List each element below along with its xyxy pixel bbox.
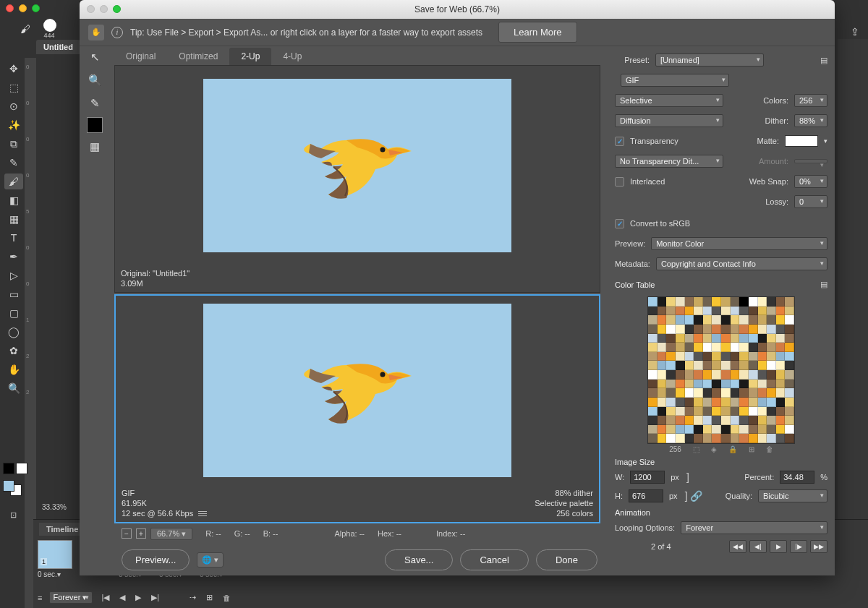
color-swatch[interactable]	[685, 388, 694, 398]
color-swatch[interactable]	[731, 343, 740, 352]
color-swatch[interactable]	[676, 325, 685, 334]
color-swatch[interactable]	[776, 407, 786, 416]
foreground-swatch[interactable]	[3, 480, 14, 492]
color-swatch[interactable]	[703, 425, 712, 434]
first-frame-icon[interactable]: |◀	[100, 591, 111, 604]
color-swatch[interactable]	[739, 370, 749, 380]
color-swatch[interactable]	[712, 434, 721, 443]
color-swatch[interactable]	[685, 361, 694, 370]
color-swatch[interactable]	[739, 407, 749, 416]
color-swatch[interactable]	[676, 307, 685, 316]
eyedropper-tool-icon[interactable]: ✎	[85, 94, 105, 113]
brush-preview-icon[interactable]	[43, 19, 56, 32]
color-swatch[interactable]	[712, 388, 721, 398]
color-swatch[interactable]	[694, 361, 703, 370]
color-swatch[interactable]	[776, 388, 786, 398]
color-swatch[interactable]	[749, 407, 758, 416]
color-swatch[interactable]	[776, 307, 786, 316]
gradient-tool-icon[interactable]: ▦	[4, 211, 23, 227]
looping-select[interactable]: Forever	[681, 521, 827, 534]
loop-select[interactable]: Forever ▾	[49, 591, 93, 604]
color-swatch[interactable]	[712, 416, 721, 425]
prev-frame-button[interactable]: ◀|	[749, 540, 767, 553]
learn-more-button[interactable]: Learn More	[498, 22, 576, 43]
path-select-icon[interactable]: ▷	[4, 267, 23, 283]
color-swatch[interactable]	[739, 343, 749, 352]
color-swatch[interactable]	[749, 398, 758, 407]
color-swatch[interactable]	[712, 370, 721, 380]
color-swatch[interactable]	[712, 352, 721, 361]
color-swatch[interactable]	[776, 361, 786, 370]
color-swatch[interactable]	[731, 380, 740, 389]
color-swatch[interactable]	[758, 388, 767, 398]
color-swatch[interactable]	[731, 315, 740, 325]
color-swatch[interactable]	[666, 407, 676, 416]
color-swatch[interactable]	[694, 388, 703, 398]
tween-icon[interactable]: ⇢	[188, 591, 197, 604]
color-swatch[interactable]	[685, 398, 694, 407]
minimize-window-icon[interactable]	[19, 4, 27, 12]
color-swatch[interactable]	[776, 352, 786, 361]
color-swatch[interactable]	[749, 325, 758, 334]
color-swatch[interactable]	[785, 425, 794, 434]
color-swatch[interactable]	[785, 434, 794, 443]
color-swatch[interactable]	[658, 380, 667, 389]
metadata-select[interactable]: Copyright and Contact Info	[656, 257, 827, 270]
lasso-tool-icon[interactable]: ⊙	[4, 98, 23, 114]
color-swatch[interactable]	[785, 398, 794, 407]
color-swatch[interactable]	[758, 307, 767, 316]
colors-select[interactable]: 256	[794, 94, 827, 107]
reduction-select[interactable]: Selective	[615, 94, 723, 107]
color-swatch[interactable]	[767, 398, 776, 407]
color-swatch[interactable]	[721, 416, 731, 425]
color-swatch[interactable]	[694, 398, 703, 407]
play-icon[interactable]: ▶	[134, 591, 142, 604]
quality-select[interactable]: Bicubic	[758, 489, 827, 502]
trans-dither-select[interactable]: No Transparency Dit...	[615, 155, 723, 168]
duplicate-frame-icon[interactable]: ⊞	[205, 591, 214, 604]
first-frame-button[interactable]: ◀◀	[729, 540, 746, 553]
color-swatch[interactable]	[666, 315, 676, 325]
color-swatch[interactable]	[776, 315, 786, 325]
color-swatch[interactable]	[658, 434, 667, 443]
rectangle-tool-icon[interactable]: ▭	[4, 286, 23, 302]
eraser-tool-icon[interactable]: ◧	[4, 192, 23, 208]
color-swatch[interactable]	[712, 380, 721, 389]
color-swatch[interactable]	[785, 370, 794, 380]
color-swatch[interactable]	[666, 388, 676, 398]
color-swatch[interactable]	[749, 334, 758, 343]
color-swatch[interactable]	[776, 380, 786, 389]
color-swatch[interactable]	[658, 361, 667, 370]
quickmask-icon[interactable]: ⊡	[10, 510, 17, 520]
color-swatch[interactable]	[721, 307, 731, 316]
color-swatch[interactable]	[648, 315, 658, 325]
color-swatch[interactable]	[703, 361, 712, 370]
color-swatch[interactable]	[739, 425, 749, 434]
color-swatch[interactable]	[712, 361, 721, 370]
color-swatch[interactable]	[767, 352, 776, 361]
color-swatch[interactable]	[658, 425, 667, 434]
color-swatch[interactable]	[676, 361, 685, 370]
color-swatch[interactable]	[739, 325, 749, 334]
color-swatch[interactable]	[767, 388, 776, 398]
brush-tool-icon[interactable]: 🖌	[4, 174, 23, 189]
color-swatch[interactable]	[648, 388, 658, 398]
color-swatch[interactable]	[666, 334, 676, 343]
color-swatch[interactable]	[767, 297, 776, 307]
pen-tool-icon[interactable]: ✒	[4, 249, 23, 265]
color-swatch[interactable]	[703, 434, 712, 443]
color-swatch[interactable]	[739, 434, 749, 443]
color-swatch[interactable]	[767, 343, 776, 352]
color-swatch[interactable]	[776, 416, 786, 425]
color-swatch[interactable]	[785, 334, 794, 343]
color-swatch[interactable]	[648, 352, 658, 361]
transparency-checkbox[interactable]	[615, 137, 624, 146]
color-swatch[interactable]	[694, 297, 703, 307]
color-swatch[interactable]	[712, 325, 721, 334]
color-swatch[interactable]	[749, 434, 758, 443]
color-swatch[interactable]	[712, 307, 721, 316]
color-swatch[interactable]	[731, 325, 740, 334]
color-swatch[interactable]	[703, 297, 712, 307]
download-rate-menu-icon[interactable]	[198, 511, 207, 517]
color-swatch[interactable]	[749, 388, 758, 398]
